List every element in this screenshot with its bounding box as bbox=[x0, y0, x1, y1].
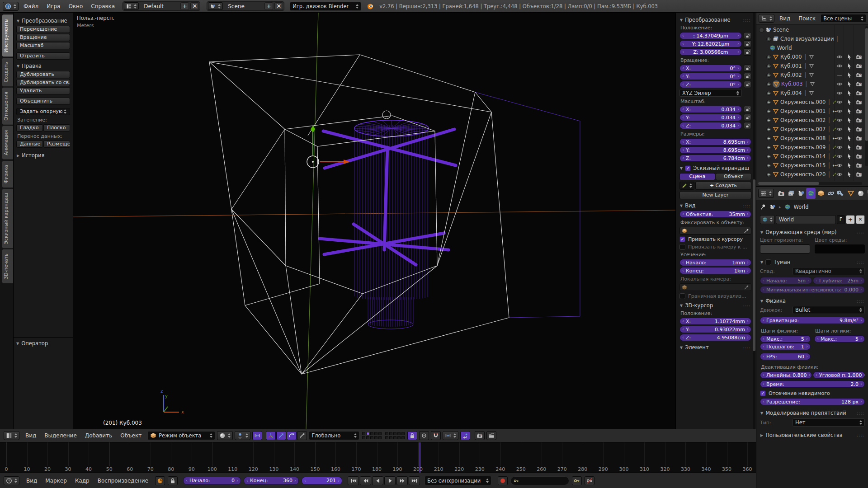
delete-keyframe-button[interactable] bbox=[585, 476, 594, 485]
value-slider[interactable]: ‹Y:0.034› bbox=[679, 114, 742, 121]
slider-increase-arrow[interactable]: › bbox=[737, 107, 739, 112]
visibility-eye-icon[interactable] bbox=[836, 81, 843, 87]
mist-intensity-slider[interactable]: ‹Минимальная интенсивность:0.000› bbox=[760, 286, 865, 293]
visibility-eye-icon[interactable] bbox=[836, 162, 843, 169]
slider-decrease-arrow[interactable]: ‹ bbox=[682, 123, 684, 128]
lock-cursor-checkbox[interactable]: ✓ bbox=[679, 236, 685, 242]
logic-max-slider[interactable]: ‹Макс.:5› bbox=[814, 335, 865, 343]
layer-toggle[interactable] bbox=[401, 436, 405, 439]
translate-manipulator-toggle[interactable] bbox=[276, 431, 286, 440]
lock-toggle[interactable] bbox=[744, 65, 751, 72]
slider-decrease-arrow[interactable]: ‹ bbox=[682, 335, 684, 340]
button-Дублировать[interactable]: Дублировать bbox=[16, 71, 70, 78]
value-slider[interactable]: ‹Z:4.95088cm› bbox=[679, 334, 751, 341]
layer-toggle[interactable] bbox=[401, 432, 405, 435]
panel-header-edit[interactable]: ▼Правка bbox=[17, 63, 70, 69]
layer-toggle[interactable] bbox=[362, 432, 365, 435]
mist-checkbox[interactable] bbox=[765, 259, 771, 265]
layer-toggle[interactable] bbox=[362, 436, 365, 439]
render-border-row[interactable]: Граничная визуализ... bbox=[679, 293, 751, 299]
horizon-color-swatch[interactable] bbox=[760, 244, 810, 253]
lock-toggle[interactable] bbox=[744, 48, 751, 56]
selectability-pointer-icon[interactable] bbox=[846, 135, 853, 141]
screen-layout-browse-button[interactable] bbox=[124, 2, 139, 10]
lens-slider[interactable]: ‹Объектив:35mm› bbox=[679, 211, 751, 218]
value-slider[interactable]: ‹X:0.034› bbox=[679, 106, 742, 113]
layer-toggle[interactable] bbox=[397, 436, 401, 439]
slider-decrease-arrow[interactable]: ‹ bbox=[682, 107, 684, 112]
shelf-tab-Создать[interactable]: Создать bbox=[2, 58, 13, 86]
object-name[interactable]: Окружность.015 bbox=[780, 162, 826, 169]
render-border-checkbox[interactable] bbox=[679, 293, 685, 299]
menu-Выделение[interactable]: Выделение bbox=[40, 432, 80, 439]
renderability-camera-icon[interactable] bbox=[856, 63, 862, 69]
object-name[interactable]: Окружность.000 bbox=[780, 99, 826, 105]
proportional-edit-toggle[interactable] bbox=[419, 431, 429, 440]
button-Вращение[interactable]: Вращение bbox=[16, 34, 70, 41]
visibility-eye-icon[interactable] bbox=[836, 108, 843, 114]
panel-header-mist[interactable]: ▼Туман:::: bbox=[760, 259, 864, 265]
properties-tab-render-layers[interactable] bbox=[786, 188, 796, 199]
layer-toggle[interactable] bbox=[393, 436, 396, 439]
panel-header-grease-pencil[interactable]: ▼✓Эскизный карандаш bbox=[680, 165, 751, 171]
selectability-pointer-icon[interactable] bbox=[846, 144, 853, 150]
lock-toggle[interactable] bbox=[744, 106, 751, 113]
expand-icon[interactable]: + bbox=[766, 118, 771, 123]
mist-start-slider[interactable]: ‹Начало:5m› bbox=[760, 277, 812, 284]
expand-icon[interactable]: + bbox=[766, 136, 771, 141]
slider-increase-arrow[interactable]: › bbox=[747, 260, 749, 265]
lock-toggle[interactable] bbox=[744, 114, 751, 121]
render-opengl-button[interactable] bbox=[475, 431, 485, 440]
layer-toggle[interactable] bbox=[385, 436, 388, 439]
selectability-pointer-icon[interactable] bbox=[846, 171, 853, 178]
outliner-vertical-scrollbar[interactable] bbox=[865, 26, 868, 166]
delete-screen-layout-button[interactable]: ✕ bbox=[190, 2, 199, 10]
manipulator-toggle[interactable] bbox=[266, 431, 276, 440]
scale-manipulator-toggle[interactable] bbox=[297, 431, 307, 440]
viewport-shading-dropdown[interactable] bbox=[217, 431, 233, 440]
renderability-camera-icon[interactable] bbox=[856, 81, 862, 87]
slider-decrease-arrow[interactable]: ‹ bbox=[682, 327, 684, 332]
panel-header-custom-props[interactable]: ▶Пользовательские свойства:::: bbox=[760, 432, 864, 438]
eyedropper-icon[interactable] bbox=[744, 285, 749, 290]
transform-orientation-dropdown[interactable]: Глобально bbox=[309, 431, 359, 440]
properties-tab-scene[interactable] bbox=[796, 188, 806, 199]
obstacle-type-dropdown[interactable]: Нет bbox=[793, 418, 865, 427]
physics-max-slider[interactable]: ‹Макс.:5› bbox=[760, 335, 811, 343]
slider-increase-arrow[interactable]: › bbox=[747, 140, 749, 144]
occlusion-checkbox[interactable]: ✓ bbox=[760, 390, 766, 396]
slider-decrease-arrow[interactable]: ‹ bbox=[682, 319, 684, 324]
n-panel-scrollbar[interactable] bbox=[753, 13, 755, 429]
properties-tab-world[interactable] bbox=[806, 188, 816, 199]
slider-increase-arrow[interactable]: › bbox=[737, 74, 739, 79]
outliner-row-Окружность.000[interactable]: +Окружность.000│ bbox=[756, 98, 865, 107]
slider-increase-arrow[interactable]: › bbox=[747, 148, 749, 152]
panel-header-3d-cursor[interactable]: ▼3D-курсор:::: bbox=[680, 302, 751, 309]
panel-header-history[interactable]: ▶История bbox=[17, 152, 70, 159]
physics-substeps-slider[interactable]: ‹Подшагов:1› bbox=[760, 343, 811, 350]
expand-icon[interactable]: + bbox=[766, 100, 771, 105]
scene-name[interactable]: Scene bbox=[224, 3, 263, 9]
value-slider[interactable]: ‹X:1.10774mm› bbox=[679, 318, 751, 325]
value-slider[interactable]: ‹Z:6.784cm› bbox=[679, 155, 751, 162]
shelf-tab-Физика[interactable]: Физика bbox=[2, 161, 13, 188]
renderability-camera-icon[interactable] bbox=[856, 153, 862, 160]
slider-increase-arrow[interactable]: › bbox=[747, 268, 749, 273]
value-slider[interactable]: ‹: 14.37049µm› bbox=[679, 32, 742, 39]
expand-icon[interactable]: − bbox=[759, 28, 764, 33]
jump-to-start-button[interactable] bbox=[348, 476, 359, 485]
expand-icon[interactable]: + bbox=[766, 109, 771, 114]
slider-increase-arrow[interactable]: › bbox=[747, 319, 749, 324]
outliner-row-Окружность.001[interactable]: +Окружность.001│← bbox=[756, 107, 865, 116]
physics-fps-slider[interactable]: ‹FPS:60› bbox=[760, 353, 811, 360]
3d-viewport[interactable]: Польз.-персп. Meters (201) Куб.003 z y x bbox=[73, 13, 675, 429]
lock-toggle[interactable] bbox=[744, 81, 751, 88]
value-slider[interactable]: ‹Y:8.695cm› bbox=[679, 146, 751, 154]
object-name[interactable]: Куб.002 bbox=[780, 72, 802, 78]
slider-increase-arrow[interactable]: › bbox=[737, 33, 739, 38]
renderability-camera-icon[interactable] bbox=[856, 135, 862, 141]
expand-icon[interactable]: + bbox=[766, 91, 771, 96]
slider-decrease-arrow[interactable]: ‹ bbox=[682, 268, 684, 273]
slider-increase-arrow[interactable]: › bbox=[737, 50, 739, 54]
play-reverse-button[interactable] bbox=[372, 476, 383, 485]
